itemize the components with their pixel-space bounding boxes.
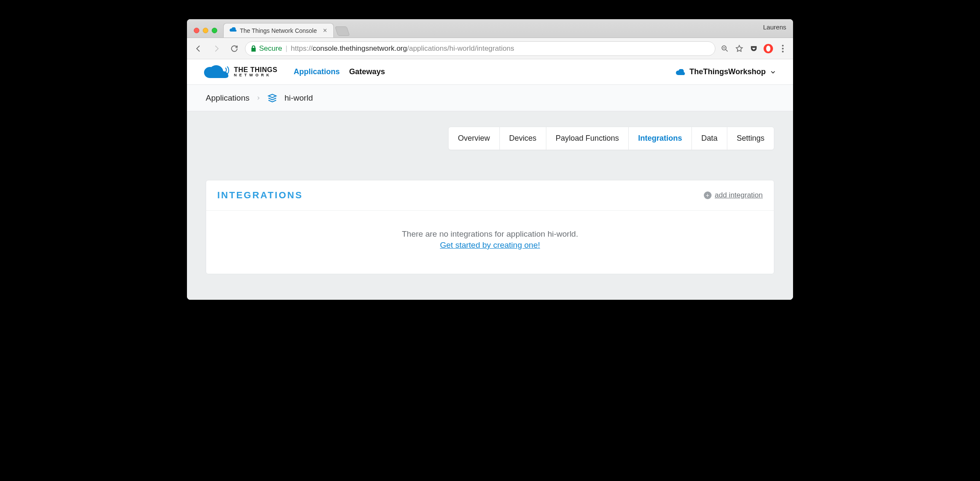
- panel-title: INTEGRATIONS: [217, 190, 303, 201]
- toolbar-right-icons: [719, 43, 789, 55]
- extension-icon[interactable]: [762, 43, 774, 55]
- chevron-right-icon: [256, 95, 260, 101]
- window-controls: [190, 28, 221, 38]
- window-close-button[interactable]: [194, 28, 199, 33]
- pocket-icon[interactable]: [748, 43, 760, 55]
- new-tab-button[interactable]: [335, 26, 350, 36]
- brand[interactable]: THE THINGS NETWORK: [204, 65, 277, 79]
- address-bar[interactable]: Secure | https://console.thethingsnetwor…: [245, 41, 715, 56]
- star-icon[interactable]: [733, 43, 745, 55]
- chevron-down-icon: [770, 69, 776, 75]
- top-nav: Applications Gateways: [294, 67, 385, 76]
- app-tabs: Overview Devices Payload Functions Integ…: [448, 127, 774, 150]
- reload-button[interactable]: [227, 41, 242, 56]
- cloud-icon: [676, 69, 685, 75]
- url-text: https://console.thethingsnetwork.org/app…: [291, 44, 514, 53]
- integrations-panel: INTEGRATIONS + add integration There are…: [206, 180, 774, 274]
- user-label: TheThingsWorkshop: [689, 67, 766, 76]
- content: Overview Devices Payload Functions Integ…: [187, 111, 793, 300]
- application-icon: [267, 93, 277, 103]
- menu-button[interactable]: [777, 43, 789, 55]
- browser-tab-title: The Things Network Console: [240, 27, 317, 34]
- create-integration-link[interactable]: Get started by creating one!: [440, 240, 540, 250]
- breadcrumb: Applications hi-world: [187, 85, 793, 111]
- page: THE THINGS NETWORK Applications Gateways…: [187, 59, 793, 300]
- empty-state-text: There are no integrations for applicatio…: [215, 229, 765, 239]
- brand-text: THE THINGS NETWORK: [234, 67, 277, 77]
- browser-toolbar: Secure | https://console.thethingsnetwor…: [187, 38, 793, 59]
- add-integration-link[interactable]: + add integration: [704, 191, 763, 200]
- cloud-icon: [230, 27, 236, 34]
- cloud-icon: [204, 65, 230, 79]
- svg-line-1: [726, 49, 728, 51]
- add-integration-label: add integration: [715, 191, 763, 200]
- window-zoom-button[interactable]: [212, 28, 217, 33]
- lock-icon: Secure: [251, 44, 282, 53]
- forward-button[interactable]: [209, 41, 224, 56]
- zoom-icon[interactable]: [719, 43, 731, 55]
- breadcrumb-root[interactable]: Applications: [206, 93, 249, 103]
- window-minimize-button[interactable]: [203, 28, 208, 33]
- tab-overview[interactable]: Overview: [449, 127, 500, 150]
- plus-icon: +: [704, 191, 712, 199]
- back-button[interactable]: [191, 41, 206, 56]
- close-icon[interactable]: ✕: [323, 27, 327, 34]
- tab-data[interactable]: Data: [692, 127, 727, 150]
- tab-devices[interactable]: Devices: [500, 127, 546, 150]
- site-topbar: THE THINGS NETWORK Applications Gateways…: [187, 59, 793, 85]
- tab-integrations[interactable]: Integrations: [629, 127, 692, 150]
- nav-applications[interactable]: Applications: [294, 67, 340, 76]
- secure-label: Secure: [259, 44, 282, 53]
- chrome-profile-name[interactable]: Laurens: [763, 23, 786, 31]
- nav-gateways[interactable]: Gateways: [349, 67, 385, 76]
- browser-tab[interactable]: The Things Network Console ✕: [223, 23, 334, 38]
- tab-settings[interactable]: Settings: [727, 127, 774, 150]
- browser-window: The Things Network Console ✕ Laurens Sec…: [187, 19, 793, 300]
- tab-payload-functions[interactable]: Payload Functions: [546, 127, 629, 150]
- breadcrumb-app[interactable]: hi-world: [284, 93, 313, 103]
- user-menu[interactable]: TheThingsWorkshop: [676, 67, 776, 76]
- browser-tabstrip: The Things Network Console ✕ Laurens: [187, 19, 793, 38]
